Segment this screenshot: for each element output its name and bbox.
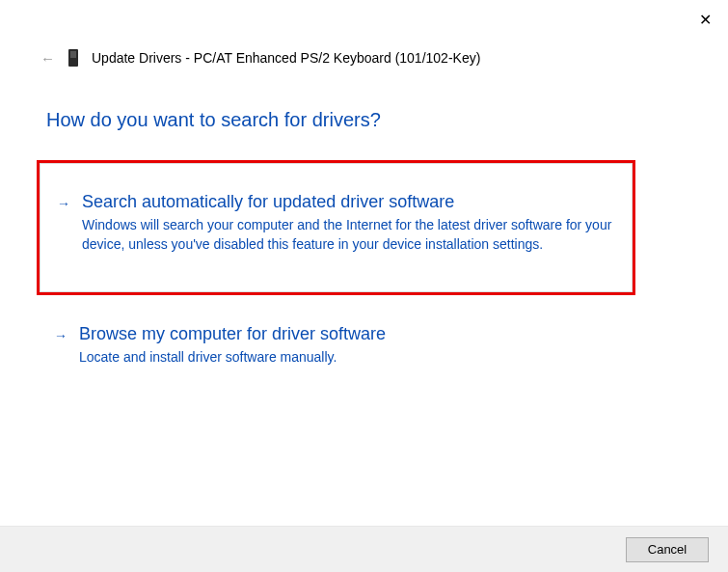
- options-list: → Search automatically for updated drive…: [37, 160, 635, 373]
- close-button[interactable]: ✕: [695, 10, 715, 29]
- dialog-header: ← Update Drivers - PC/AT Enhanced PS/2 K…: [40, 49, 480, 67]
- option-description: Locate and install driver software manua…: [79, 348, 618, 368]
- option-body: Browse my computer for driver software L…: [79, 324, 618, 368]
- option-description: Windows will search your computer and th…: [82, 216, 615, 254]
- option-search-automatically[interactable]: → Search automatically for updated drive…: [37, 160, 635, 295]
- main-heading: How do you want to search for drivers?: [46, 109, 381, 131]
- option-body: Search automatically for updated driver …: [82, 192, 615, 254]
- arrow-right-icon: →: [54, 328, 67, 343]
- cancel-button[interactable]: Cancel: [626, 537, 709, 562]
- device-icon: [68, 49, 78, 67]
- option-title: Search automatically for updated driver …: [82, 192, 615, 212]
- option-browse-computer[interactable]: → Browse my computer for driver software…: [37, 318, 635, 373]
- dialog-title: Update Drivers - PC/AT Enhanced PS/2 Key…: [92, 50, 480, 66]
- dialog-footer: Cancel: [0, 526, 728, 572]
- back-arrow-icon[interactable]: ←: [40, 50, 55, 67]
- option-title: Browse my computer for driver software: [79, 324, 618, 344]
- arrow-right-icon: →: [57, 196, 70, 211]
